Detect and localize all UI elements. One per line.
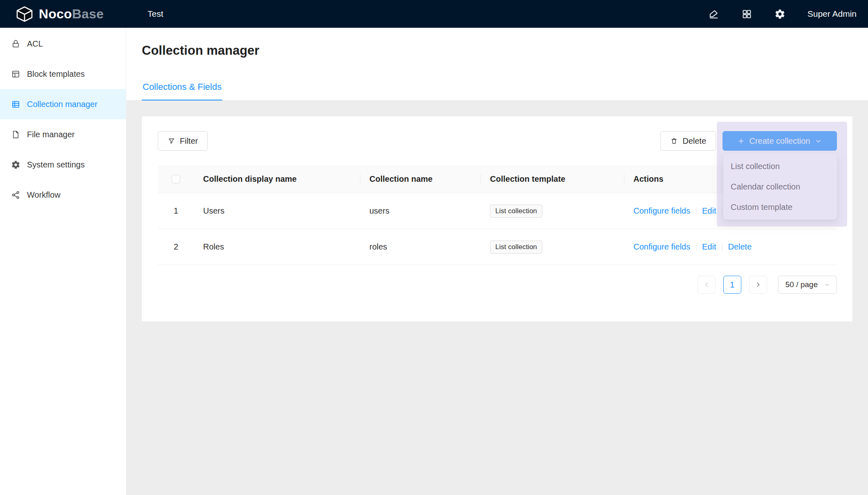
tab-collections-and-fields[interactable]: Collections & Fields [142, 76, 222, 100]
create-collection-label: Create collection [749, 136, 810, 146]
column-header-template: Collection template [481, 174, 624, 184]
filter-button-label: Filter [180, 136, 198, 146]
sidebar-item-label: Block templates [27, 69, 85, 79]
page-title: Collection manager [126, 28, 868, 58]
file-icon [11, 130, 20, 139]
highlighter-icon[interactable] [708, 9, 719, 20]
table-row[interactable]: 2 Roles roles List collection Configure … [158, 229, 837, 265]
edit-link[interactable]: Edit [702, 206, 716, 215]
lock-icon [11, 39, 20, 49]
menu-item-custom-template[interactable]: Custom template [723, 197, 837, 217]
delete-link[interactable]: Delete [728, 242, 752, 251]
template-tag: List collection [490, 205, 542, 218]
layout-icon [11, 69, 20, 79]
blocks-icon[interactable] [741, 9, 752, 20]
select-all-checkbox[interactable] [172, 175, 180, 183]
collection-icon [11, 100, 20, 109]
cube-logo-icon [16, 6, 34, 22]
sidebar-item-label: Workflow [27, 190, 60, 200]
sidebar-item-acl[interactable]: ACL [0, 29, 126, 59]
configure-fields-link[interactable]: Configure fields [633, 206, 690, 215]
sidebar-item-block-templates[interactable]: Block templates [0, 59, 126, 89]
gear-icon [11, 160, 20, 169]
sidebar-item-label: ACL [27, 39, 43, 49]
action-divider [722, 207, 722, 215]
menu-item-list-collection[interactable]: List collection [723, 156, 837, 176]
sidebar-item-label: File manager [27, 130, 75, 139]
row-index: 2 [158, 242, 194, 252]
sidebar-item-collection-manager[interactable]: Collection manager [0, 89, 126, 119]
delete-button[interactable]: Delete [660, 131, 716, 151]
action-divider [696, 243, 696, 251]
settings-sidebar: ACL Block templates Collection manager F… [0, 28, 126, 495]
nocobase-logo[interactable]: NocoBase [0, 6, 126, 22]
tab-bar: Collections & Fields [126, 76, 868, 100]
cell-template: List collection [481, 241, 624, 254]
page-number-1[interactable]: 1 [723, 276, 741, 294]
menu-item-calendar-collection[interactable]: Calendar collection [723, 176, 837, 197]
user-menu[interactable]: Super Admin [808, 9, 857, 19]
cell-display-name: Users [194, 206, 360, 216]
next-page-button[interactable] [749, 276, 767, 294]
chevron-down-icon [824, 281, 830, 288]
plus-icon [737, 137, 745, 145]
cell-template: List collection [481, 205, 624, 218]
row-index: 1 [158, 206, 194, 216]
workflow-icon [11, 190, 20, 200]
cell-actions: Configure fieldsEditDelete [624, 242, 837, 252]
sidebar-item-workflow[interactable]: Workflow [0, 180, 126, 210]
delete-button-label: Delete [682, 136, 706, 146]
page-size-value: 50 / page [785, 280, 818, 289]
sidebar-item-label: Collection manager [27, 100, 97, 109]
page-header: Collection manager Collections & Fields [126, 28, 868, 100]
column-header-name: Collection name [360, 174, 481, 184]
template-tag: List collection [490, 241, 542, 254]
gear-icon[interactable] [774, 9, 785, 20]
main-content: Collection manager Collections & Fields … [126, 28, 868, 495]
sidebar-item-system-settings[interactable]: System settings [0, 149, 126, 180]
sidebar-item-label: System settings [27, 160, 85, 169]
cell-collection-name: users [360, 206, 481, 216]
logo-text: NocoBase [39, 7, 104, 22]
action-divider [696, 207, 696, 215]
action-divider [722, 243, 722, 251]
card-toolbar: Filter Delete Create collection [158, 131, 837, 151]
filter-button[interactable]: Filter [158, 131, 208, 151]
pagination: 1 50 / page [158, 276, 837, 294]
select-all-cell [158, 175, 194, 183]
cell-collection-name: roles [360, 242, 481, 252]
create-collection-menu: List collection Calendar collection Cust… [723, 154, 837, 220]
chevron-right-icon [754, 281, 762, 288]
edit-link[interactable]: Edit [702, 242, 716, 251]
trash-icon [670, 137, 678, 145]
topnav-item-test[interactable]: Test [148, 9, 163, 19]
cell-display-name: Roles [194, 242, 360, 252]
configure-fields-link[interactable]: Configure fields [633, 242, 690, 251]
chevron-left-icon [703, 281, 710, 288]
column-header-display-name: Collection display name [194, 174, 360, 184]
toolbar-right: Delete Create collection [660, 131, 837, 151]
create-collection-button[interactable]: Create collection [723, 131, 837, 151]
topbar-right: Super Admin [708, 9, 868, 20]
topbar: NocoBase Test Super Admin [0, 0, 868, 28]
prev-page-button[interactable] [698, 276, 716, 294]
filter-icon [168, 137, 175, 145]
chevron-down-icon [814, 137, 822, 145]
sidebar-item-file-manager[interactable]: File manager [0, 119, 126, 149]
page-size-select[interactable]: 50 / page [778, 276, 837, 294]
